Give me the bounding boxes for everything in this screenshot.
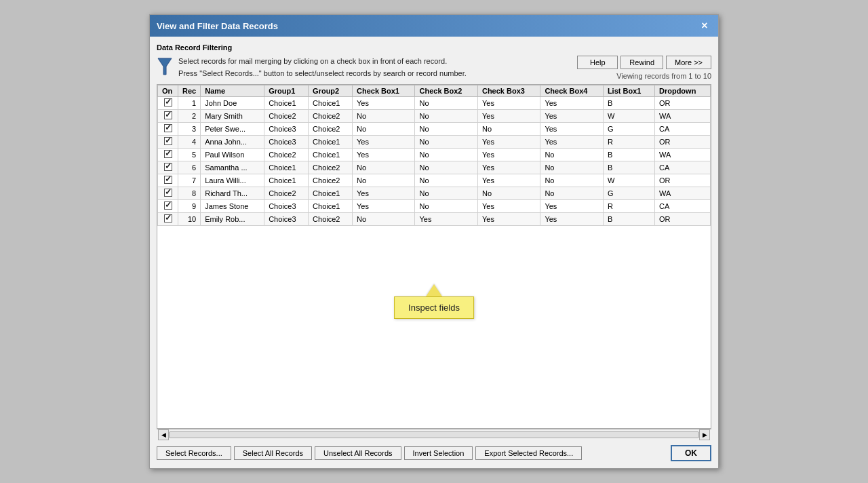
checkbox-icon[interactable] [164, 214, 172, 223]
row-checkbox[interactable] [158, 187, 178, 200]
cell-value: James Stone [201, 200, 264, 213]
cell-value: R [603, 200, 654, 213]
table-row[interactable]: 4Anna John...Choice3Choice1YesNoYesYesRO… [158, 136, 711, 149]
cell-value: No [415, 97, 477, 110]
cell-value: Yes [477, 97, 540, 110]
checkbox-icon[interactable] [164, 150, 172, 158]
cell-value: Choice2 [309, 110, 353, 123]
section-label: Data Record Filtering [157, 43, 711, 52]
cell-value: Emily Rob... [201, 213, 264, 226]
checkbox-icon[interactable] [164, 176, 172, 184]
cell-value: Choice2 [264, 149, 309, 161]
more-button[interactable]: More >> [666, 56, 711, 69]
cell-value: 8 [178, 187, 201, 200]
row-checkbox[interactable] [158, 97, 178, 110]
help-button[interactable]: Help [577, 56, 618, 69]
ok-button[interactable]: OK [671, 445, 711, 461]
cell-value: 10 [178, 213, 201, 226]
row-checkbox[interactable] [158, 200, 178, 213]
cell-value: B [603, 149, 654, 161]
title-bar: View and Filter Data Records × [150, 15, 718, 37]
cell-value: Choice1 [264, 161, 309, 174]
cell-value: No [415, 149, 477, 161]
cell-value: Yes [353, 200, 415, 213]
invert-selection-button[interactable]: Invert Selection [404, 446, 473, 460]
table-row[interactable]: 8Richard Th...Choice2Choice1YesNoNoNoGWA [158, 187, 711, 200]
cell-value: OR [654, 97, 710, 110]
cell-value: No [415, 136, 477, 149]
cell-value: Paul Wilson [201, 149, 264, 161]
col-cb3: Check Box3 [477, 85, 540, 97]
row-checkbox[interactable] [158, 110, 178, 123]
cell-value: Choice2 [309, 123, 353, 136]
cell-value: CA [654, 123, 710, 136]
export-button[interactable]: Export Selected Records... [475, 446, 582, 460]
cell-value: Yes [415, 213, 477, 226]
cell-value: Richard Th... [201, 187, 264, 200]
checkbox-icon[interactable] [164, 201, 172, 210]
table-row[interactable]: 9James StoneChoice3Choice1YesNoYesYesRCA [158, 200, 711, 213]
cell-value: W [603, 110, 654, 123]
table-row[interactable]: 1John DoeChoice1Choice1YesNoYesYesBOR [158, 97, 711, 110]
cell-value: WA [654, 187, 710, 200]
cell-value: No [540, 161, 603, 174]
table-row[interactable]: 5Paul WilsonChoice2Choice1YesNoYesNoBWA [158, 149, 711, 161]
cell-value: No [477, 123, 540, 136]
cell-value: Yes [477, 174, 540, 187]
unselect-all-button[interactable]: Unselect All Records [315, 446, 401, 460]
cell-value: Choice1 [309, 149, 353, 161]
cell-value: B [603, 213, 654, 226]
scroll-left-arrow[interactable]: ◀ [158, 429, 169, 440]
cell-value: OR [654, 174, 710, 187]
select-records-button[interactable]: Select Records... [157, 446, 231, 460]
col-name: Name [201, 85, 264, 97]
col-cb4: Check Box4 [540, 85, 603, 97]
cell-value: R [603, 136, 654, 149]
funnel-icon [157, 57, 173, 76]
cell-value: Choice2 [309, 161, 353, 174]
checkbox-icon[interactable] [164, 98, 172, 107]
cell-value: No [477, 187, 540, 200]
cell-value: CA [654, 161, 710, 174]
dialog-title: View and Filter Data Records [157, 21, 278, 31]
row-checkbox[interactable] [158, 161, 178, 174]
cell-value: W [603, 174, 654, 187]
table-row[interactable]: 2Mary SmithChoice2Choice2NoNoYesYesWWA [158, 110, 711, 123]
col-on: On [158, 85, 178, 97]
cell-value: Yes [353, 149, 415, 161]
table-row[interactable]: 3Peter Swe...Choice3Choice2NoNoNoYesGCA [158, 123, 711, 136]
scroll-right-arrow[interactable]: ▶ [699, 429, 710, 440]
scrollbar-track[interactable] [169, 431, 699, 438]
rewind-button[interactable]: Rewind [620, 56, 663, 69]
cell-value: No [540, 187, 603, 200]
checkbox-icon[interactable] [164, 124, 172, 132]
row-checkbox[interactable] [158, 123, 178, 136]
cell-value: Mary Smith [201, 110, 264, 123]
cell-value: CA [654, 200, 710, 213]
row-checkbox[interactable] [158, 174, 178, 187]
main-dialog: View and Filter Data Records × Data Reco… [149, 14, 719, 469]
select-all-button[interactable]: Select All Records [234, 446, 312, 460]
cell-value: Yes [540, 97, 603, 110]
row-checkbox[interactable] [158, 213, 178, 226]
checkbox-icon[interactable] [164, 111, 172, 119]
cell-value: WA [654, 110, 710, 123]
close-button[interactable]: × [698, 19, 711, 33]
cell-value: No [415, 123, 477, 136]
checkbox-icon[interactable] [164, 189, 172, 197]
cell-value: No [540, 149, 603, 161]
checkbox-icon[interactable] [164, 137, 172, 145]
checkbox-icon[interactable] [164, 163, 172, 171]
cell-value: Yes [540, 110, 603, 123]
bottom-left-btns: Select Records... Select All Records Uns… [157, 446, 582, 460]
table-row[interactable]: 10Emily Rob...Choice3Choice2NoYesYesYesB… [158, 213, 711, 226]
row-checkbox[interactable] [158, 149, 178, 161]
cell-value: WA [654, 149, 710, 161]
table-row[interactable]: 7Laura Willi...Choice1Choice2NoNoYesNoWO… [158, 174, 711, 187]
cell-value: Peter Swe... [201, 123, 264, 136]
table-scroll[interactable]: On Rec Name Group1 Group2 Check Box1 Che… [157, 85, 711, 428]
cell-value: 2 [178, 110, 201, 123]
cell-value: Yes [540, 123, 603, 136]
table-row[interactable]: 6Samantha ...Choice1Choice2NoNoYesNoBCA [158, 161, 711, 174]
row-checkbox[interactable] [158, 136, 178, 149]
